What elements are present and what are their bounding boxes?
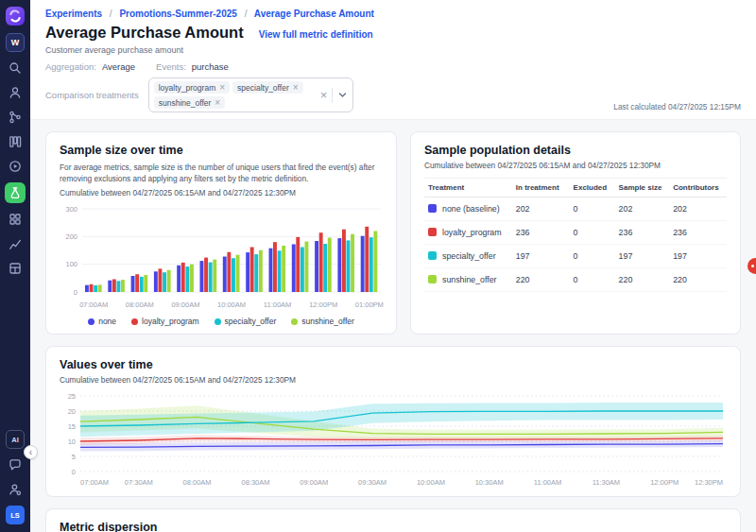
breadcrumb-separator: / xyxy=(110,9,112,19)
table-row: sunshine_offer2200220220 xyxy=(424,268,727,292)
svg-text:07:30AM: 07:30AM xyxy=(125,478,153,487)
remove-chip-icon[interactable]: × xyxy=(293,83,299,93)
metric-description: Customer average purchase amount xyxy=(45,45,741,55)
table-header-row: TreatmentIn treatmentExcludedSample size… xyxy=(424,179,727,197)
table-cell: 0 xyxy=(570,268,615,292)
svg-text:10:00AM: 10:00AM xyxy=(417,478,445,487)
treatment-color-swatch xyxy=(428,204,437,213)
svg-text:10:00AM: 10:00AM xyxy=(217,300,246,309)
users-icon[interactable] xyxy=(7,84,24,101)
page-title: Average Purchase Amount xyxy=(45,24,244,42)
breadcrumb: Experiments / Promotions-Summer-2025 / A… xyxy=(45,9,741,19)
chat-icon[interactable] xyxy=(7,456,24,473)
sample-size-bar-chart: 010020030007:00AM08:00AM09:00AM10:00AM11… xyxy=(60,203,385,315)
page-content: Sample size over time For average metric… xyxy=(30,119,756,532)
svg-text:25: 25 xyxy=(68,392,76,401)
values-line-chart: 051015202507:00AM07:30AM08:00AM08:30AM09… xyxy=(60,390,729,489)
svg-text:11:00AM: 11:00AM xyxy=(534,478,561,487)
svg-text:0: 0 xyxy=(72,468,76,476)
experiments-icon[interactable] xyxy=(5,182,26,203)
sidebar-collapse-button[interactable]: ‹ xyxy=(24,445,38,459)
treatment-chip-label: sunshine_offer xyxy=(159,98,212,108)
account-icon[interactable] xyxy=(7,481,24,498)
svg-text:07:00AM: 07:00AM xyxy=(79,300,108,309)
clear-selection-icon[interactable]: × xyxy=(320,89,328,101)
legend-item: specialty_offer xyxy=(215,317,277,326)
layout-icon[interactable] xyxy=(7,260,24,277)
board-icon[interactable] xyxy=(7,133,24,150)
svg-text:15: 15 xyxy=(68,422,76,431)
user-avatar-badge[interactable]: LS xyxy=(6,506,25,524)
card-title: Sample size over time xyxy=(60,144,383,157)
chevron-down-icon[interactable] xyxy=(337,90,348,100)
insights-icon[interactable] xyxy=(7,235,24,252)
svg-text:09:00AM: 09:00AM xyxy=(171,300,199,309)
table-cell: 220 xyxy=(669,268,727,292)
svg-text:200: 200 xyxy=(65,232,77,241)
view-metric-definition-link[interactable]: View full metric definition xyxy=(259,29,373,40)
app-logo[interactable] xyxy=(6,7,25,26)
treatment-multiselect[interactable]: loyalty_program×specialty_offer×sunshine… xyxy=(148,77,354,112)
main-area: Experiments / Promotions-Summer-2025 / A… xyxy=(30,0,756,532)
table-cell: 197 xyxy=(669,245,727,268)
breadcrumb-link-experiments[interactable]: Experiments xyxy=(45,9,102,19)
svg-text:11:30AM: 11:30AM xyxy=(593,478,620,487)
card-description: For average metrics, sample size is the … xyxy=(60,162,383,184)
column-header: Treatment xyxy=(424,179,512,197)
divider xyxy=(332,88,333,103)
metric-meta: Aggregation: Average Events: purchase xyxy=(45,61,741,72)
table-row: specialty_offer1970197197 xyxy=(424,245,727,268)
card-title: Sample population details xyxy=(424,144,727,157)
treatment-chip-label: loyalty_program xyxy=(159,83,215,93)
comparison-treatments-label: Comparison treatments xyxy=(45,90,139,100)
table-cell: 220 xyxy=(615,268,670,292)
date-range: Cumulative between 04/27/2025 06:15AM an… xyxy=(60,375,727,385)
table-cell: 0 xyxy=(570,197,615,221)
workspace-badge[interactable]: W xyxy=(6,33,25,52)
svg-text:01:00PM: 01:00PM xyxy=(355,300,384,309)
legend-item: loyalty_program xyxy=(131,317,198,326)
legend-dot xyxy=(88,318,94,325)
treatment-chip-label: specialty_offer xyxy=(237,83,289,93)
svg-text:300: 300 xyxy=(65,205,77,214)
page-header: Experiments / Promotions-Summer-2025 / A… xyxy=(30,0,756,119)
date-range: Cumulative between 04/27/2025 06:15AM an… xyxy=(424,161,727,170)
aggregation-label: Aggregation: xyxy=(45,61,96,72)
treatment-color-swatch xyxy=(428,275,437,283)
remove-chip-icon[interactable]: × xyxy=(219,83,225,93)
table-cell: 220 xyxy=(512,268,570,292)
table-cell: 236 xyxy=(669,221,727,245)
legend-item: sunshine_offer xyxy=(291,317,354,326)
breadcrumb-link-experiment[interactable]: Promotions-Summer-2025 xyxy=(119,9,236,19)
events-label: Events: xyxy=(156,61,186,72)
ai-badge[interactable]: AI xyxy=(6,430,25,449)
treatment-chip[interactable]: sunshine_offer× xyxy=(154,96,225,109)
svg-text:09:00AM: 09:00AM xyxy=(300,478,328,487)
pulse-icon[interactable] xyxy=(7,158,24,175)
table-cell: 202 xyxy=(615,197,670,221)
chart-legend: noneloyalty_programspecialty_offersunshi… xyxy=(60,317,383,326)
population-card: Sample population details Cumulative bet… xyxy=(410,131,741,335)
date-range: Cumulative between 04/27/2025 06:15AM an… xyxy=(60,188,383,197)
treatment-chip[interactable]: specialty_offer× xyxy=(232,81,303,94)
table-cell: 197 xyxy=(512,245,570,268)
breadcrumb-separator: / xyxy=(245,9,248,19)
multiselect-controls: × xyxy=(318,81,349,109)
svg-text:08:00AM: 08:00AM xyxy=(126,300,154,309)
svg-text:07:00AM: 07:00AM xyxy=(80,478,109,487)
column-header: Excluded xyxy=(570,179,615,197)
grid-icon[interactable] xyxy=(7,211,24,228)
legend-dot xyxy=(131,318,138,325)
sample-size-card: Sample size over time For average metric… xyxy=(45,131,397,335)
svg-text:09:30AM: 09:30AM xyxy=(358,478,387,487)
card-title: Metric dispersion xyxy=(60,521,727,532)
svg-text:100: 100 xyxy=(65,260,77,268)
remove-chip-icon[interactable]: × xyxy=(215,98,220,108)
treatment-chip[interactable]: loyalty_program× xyxy=(154,81,230,94)
breadcrumb-link-metric[interactable]: Average Purchase Amount xyxy=(254,9,374,19)
flow-icon[interactable] xyxy=(7,109,24,126)
search-icon[interactable] xyxy=(7,60,24,77)
table-cell: 197 xyxy=(615,245,670,268)
population-table: TreatmentIn treatmentExcludedSample size… xyxy=(424,178,727,292)
svg-text:20: 20 xyxy=(68,407,76,416)
